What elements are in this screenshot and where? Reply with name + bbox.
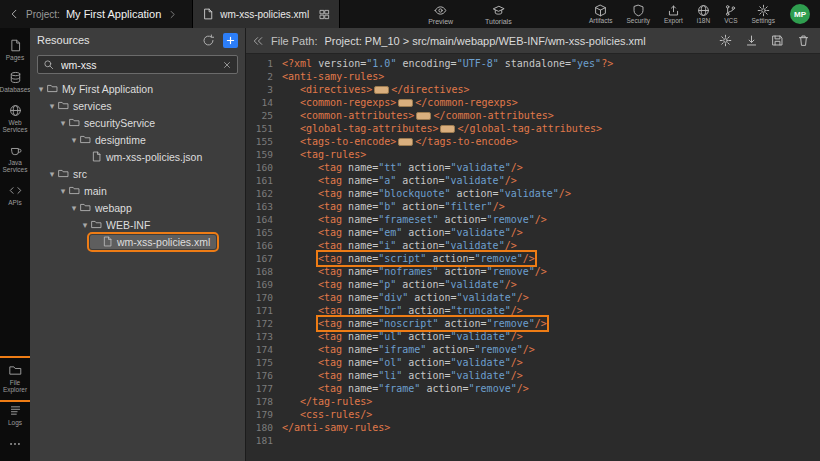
code-line-content[interactable]: <tag name="div" action="validate"/> xyxy=(318,291,529,304)
code-line-content[interactable]: <tag name="iframe" action="remove"/> xyxy=(318,343,535,356)
code-line-content[interactable]: <tags-to-encode></tags-to-encode> xyxy=(300,135,518,148)
tree-item-designtime[interactable]: ▾designtime xyxy=(68,133,152,147)
chevron-down-icon[interactable]: ▾ xyxy=(80,220,90,230)
code-line-content[interactable]: <tag name="noscript" action="remove"/> xyxy=(318,317,547,330)
code-line-content[interactable]: <tag name="frameset" action="remove"/> xyxy=(318,213,547,226)
add-resource-button[interactable] xyxy=(223,33,238,48)
topbar-action-settings[interactable]: Settings xyxy=(745,4,783,25)
editor-header: File Path: Project: PM_10 > src/main/web… xyxy=(246,28,820,54)
clear-search-icon[interactable] xyxy=(222,60,232,70)
chevron-down-icon[interactable]: ▾ xyxy=(36,84,46,94)
topbar-action-export[interactable]: Export xyxy=(657,4,690,25)
tree-item-wm-xss-policies.xml[interactable]: wm-xss-policies.xml xyxy=(90,235,216,249)
tree-row[interactable]: ▾designtime xyxy=(30,131,245,148)
code-line-content[interactable]: <tag name="ol" action="validate"/> xyxy=(318,356,523,369)
chevron-down-icon[interactable]: ▾ xyxy=(69,203,79,213)
code-line-content[interactable]: <tag name="p" action="validate"/> xyxy=(318,278,517,291)
code-line-content[interactable]: <tag name="tt" action="validate"/> xyxy=(318,161,523,174)
chevron-down-icon[interactable]: ▾ xyxy=(58,186,68,196)
refresh-icon[interactable] xyxy=(202,34,215,47)
search-input[interactable] xyxy=(59,58,217,72)
fold-placeholder[interactable] xyxy=(374,86,389,94)
rail-item-databases[interactable]: Databases xyxy=(1,66,29,98)
tree-row[interactable]: wm-xss-policies.xml xyxy=(30,233,245,250)
open-file-tab[interactable]: wm-xss-policies.xml xyxy=(192,0,340,28)
tree-row[interactable]: ▾services xyxy=(30,97,245,114)
code-area[interactable]: 1<?xml version="1.0" encoding="UTF-8" st… xyxy=(246,54,820,461)
code-line-content[interactable]: <directives></directives> xyxy=(300,83,470,96)
topbar-action-vcs[interactable]: VCS xyxy=(717,4,744,25)
download-button[interactable] xyxy=(745,34,758,47)
collapse-panel-icon[interactable] xyxy=(252,35,264,47)
folder-icon xyxy=(58,168,69,179)
topbar-action-artifacts[interactable]: Artifacts xyxy=(582,4,619,25)
tree-row[interactable]: wm-xss-policies.json xyxy=(30,148,245,165)
tree-item-src[interactable]: ▾src xyxy=(46,167,93,181)
tree-row[interactable]: ▾securityService xyxy=(30,114,245,131)
code-line-content[interactable]: <?xml version="1.0" encoding="UTF-8" sta… xyxy=(282,57,613,70)
tree-item-WEB-INF[interactable]: ▾WEB-INF xyxy=(79,218,156,232)
topbar-action-security[interactable]: Security xyxy=(619,4,656,25)
tree-row[interactable]: ▾webapp xyxy=(30,199,245,216)
rail-item-logs[interactable]: Logs xyxy=(1,399,29,431)
fold-placeholder[interactable] xyxy=(440,125,455,133)
code-line-content[interactable]: <tag name="script" action="remove"/> xyxy=(318,252,535,265)
code-line-content[interactable]: <tag name="blockquote" action="validate"… xyxy=(318,187,571,200)
code-line-content[interactable]: </tag-rules> xyxy=(300,395,372,408)
fold-placeholder[interactable] xyxy=(398,99,413,107)
tree-row[interactable]: ▾src xyxy=(30,165,245,182)
line-number: 175 xyxy=(246,356,282,369)
code-line-content[interactable]: <tag name="br" action="truncate"/> xyxy=(318,304,523,317)
rail-item-pages[interactable]: Pages xyxy=(1,34,29,66)
settings-button[interactable] xyxy=(719,34,732,47)
chevron-down-icon[interactable]: ▾ xyxy=(47,101,57,111)
fold-placeholder[interactable] xyxy=(416,112,431,120)
code-line-content[interactable]: <global-tag-attributes></global-tag-attr… xyxy=(300,122,602,135)
code-line-content[interactable]: <tag name="i" action="validate"/> xyxy=(318,239,517,252)
code-line-content[interactable]: <common-attributes></common-attributes> xyxy=(300,109,554,122)
code-line-content[interactable]: <anti-samy-rules> xyxy=(282,70,384,83)
grid-icon[interactable] xyxy=(319,9,330,20)
code-line-content[interactable]: <tag name="li" action="validate"/> xyxy=(318,369,523,382)
tree-row[interactable]: ▾main xyxy=(30,182,245,199)
tree-item-services[interactable]: ▾services xyxy=(46,99,118,113)
code-line-content[interactable]: <css-rules/> xyxy=(300,408,372,421)
tree-row[interactable]: ▾WEB-INF xyxy=(30,216,245,233)
topbar-action-preview[interactable]: Preview xyxy=(426,4,455,25)
rail-item-java-services[interactable]: Java Services xyxy=(1,139,29,179)
avatar[interactable]: MP xyxy=(790,4,810,24)
back-arrow-icon[interactable] xyxy=(8,8,20,20)
code-line-content[interactable]: <tag name="noframes" action="remove"/> xyxy=(318,265,547,278)
tree-item-label: wm-xss-policies.xml xyxy=(113,236,210,248)
topbar-action-tutorials[interactable]: Tutorials xyxy=(483,4,514,25)
folder-icon xyxy=(69,185,80,196)
code-line-content[interactable]: <tag name="frame" action="remove"/> xyxy=(318,382,529,395)
chevron-down-icon[interactable]: ▾ xyxy=(58,118,68,128)
rail-item-label: Web Services xyxy=(1,119,29,134)
rail-item-file-explorer[interactable]: File Explorer xyxy=(1,359,29,399)
tree-item-securityService[interactable]: ▾securityService xyxy=(57,116,161,130)
chevron-down-icon[interactable]: ▾ xyxy=(69,135,79,145)
code-line-content[interactable]: <tag name="ul" action="validate"/> xyxy=(318,330,523,343)
fold-placeholder[interactable] xyxy=(398,138,413,146)
more-options-button[interactable] xyxy=(8,431,22,457)
code-line-content[interactable]: <tag name="em" action="validate"/> xyxy=(318,226,523,239)
topbar-action-i18n[interactable]: i18N xyxy=(690,4,717,25)
code-line-content[interactable]: <tag name="a" action="validate"/> xyxy=(318,174,517,187)
rail-item-apis[interactable]: APIs xyxy=(1,179,29,211)
tree-item-My First Application[interactable]: ▾My First Application xyxy=(35,82,159,96)
rail-item-label: Databases xyxy=(0,86,31,93)
tree-row[interactable]: ▾My First Application xyxy=(30,80,245,97)
chevron-down-icon[interactable]: ▾ xyxy=(47,169,57,179)
tree-item-main[interactable]: ▾main xyxy=(57,184,113,198)
tree-item-webapp[interactable]: ▾webapp xyxy=(68,201,138,215)
rail-item-web-services[interactable]: Web Services xyxy=(1,99,29,139)
chevron-right-icon[interactable] xyxy=(167,9,178,20)
code-line-content[interactable]: <tag-rules> xyxy=(300,148,366,161)
code-line-content[interactable]: <tag name="b" action="filter"/> xyxy=(318,200,505,213)
code-line-content[interactable]: <common-regexps></common-regexps> xyxy=(300,96,518,109)
delete-button[interactable] xyxy=(797,34,810,47)
tree-item-wm-xss-policies.json[interactable]: wm-xss-policies.json xyxy=(79,150,208,164)
code-line-content[interactable]: </anti-samy-rules> xyxy=(282,421,390,434)
save-button[interactable] xyxy=(771,34,784,47)
